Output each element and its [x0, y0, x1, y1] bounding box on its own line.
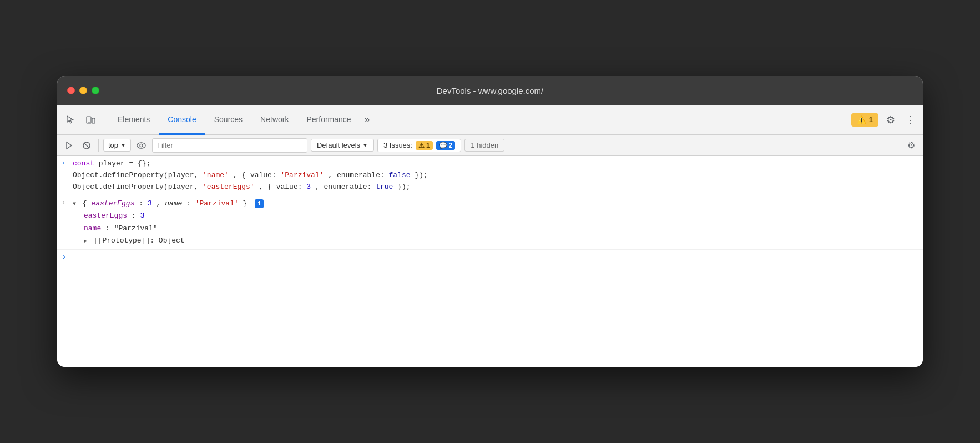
vertical-dots-icon: ⋮ — [906, 114, 916, 126]
context-selector[interactable]: top ▼ — [103, 139, 131, 152]
svg-point-6 — [137, 142, 145, 148]
tab-network[interactable]: Network — [251, 105, 297, 135]
issues-count: 1 — [869, 115, 873, 124]
console-output: › const player = {}; Object.defineProper… — [57, 156, 923, 367]
minimize-button[interactable] — [79, 87, 87, 94]
prototype-triangle[interactable] — [84, 236, 87, 246]
svg-line-5 — [84, 143, 89, 148]
info-icon[interactable]: i — [255, 199, 264, 208]
code-line-3: Object.defineProperty(player, 'easterEgg… — [73, 182, 923, 193]
inspect-element-button[interactable] — [62, 111, 79, 129]
object-expanded: easterEggs : 3 name : "Parzival" [[Proto… — [73, 210, 923, 246]
clear-console-button[interactable] — [62, 138, 76, 153]
divider — [98, 139, 99, 152]
play-icon — [64, 141, 73, 150]
prompt-arrow-icon: › — [62, 253, 66, 261]
console-entry-input: › const player = {}; Object.defineProper… — [57, 156, 923, 195]
more-tabs-button[interactable]: » — [360, 105, 375, 134]
tab-console[interactable]: Console — [159, 105, 205, 135]
warning-issues-badge: ⚠ 1 — [416, 141, 433, 150]
chevron-down-icon: ▼ — [120, 142, 126, 148]
more-options-button[interactable]: ⋮ — [903, 112, 918, 128]
gear-icon: ⚙ — [886, 114, 895, 126]
eye-button[interactable] — [134, 138, 149, 153]
svg-point-7 — [140, 144, 143, 147]
prop-name: name : "Parzival" — [84, 223, 923, 235]
tab-sources[interactable]: Sources — [205, 105, 251, 135]
maximize-button[interactable] — [92, 87, 99, 94]
close-button[interactable] — [67, 87, 75, 94]
prop-easter-eggs: easterEggs : 3 — [84, 210, 923, 222]
hidden-messages-button[interactable]: 1 hidden — [464, 139, 504, 152]
chat-icon: 💬 — [439, 142, 447, 149]
block-icon — [82, 141, 91, 150]
eye-icon — [137, 142, 146, 149]
issues-toolbar[interactable]: 3 Issues: ⚠ 1 💬 2 — [377, 139, 461, 152]
cursor-icon — [65, 115, 75, 125]
nav-right-actions: ⚠️ 1 ⚙ ⋮ — [846, 105, 918, 134]
input-arrow: › — [62, 158, 73, 167]
console-prompt[interactable]: › — [57, 250, 923, 264]
window-title: DevTools - www.google.com/ — [437, 86, 544, 95]
devtools-window: DevTools - www.google.com/ Elements — [57, 76, 923, 367]
block-button[interactable] — [79, 138, 94, 153]
traffic-lights — [67, 87, 99, 94]
title-bar: DevTools - www.google.com/ — [57, 76, 923, 105]
chevron-down-icon: ▼ — [362, 142, 368, 148]
svg-rect-1 — [92, 118, 95, 123]
tab-performance[interactable]: Performance — [297, 105, 360, 135]
log-levels-dropdown[interactable]: Default levels ▼ — [311, 139, 374, 152]
output-arrow: ‹ — [62, 198, 73, 207]
expand-triangle[interactable] — [73, 199, 76, 209]
filter-input[interactable] — [152, 138, 307, 153]
gear-icon: ⚙ — [907, 140, 915, 150]
console-toolbar: top ▼ Default levels ▼ 3 Issues: ⚠ 1 💬 2 — [57, 135, 923, 156]
warning-symbol: ⚠ — [418, 142, 425, 149]
entry-object: { easterEggs : 3 , name : 'Parzival' } i… — [73, 198, 923, 246]
svg-marker-3 — [67, 142, 72, 149]
info-issues-badge: 💬 2 — [436, 141, 456, 150]
device-icon — [85, 115, 95, 125]
nav-icons — [62, 105, 105, 134]
warning-icon: ⚠️ — [857, 115, 866, 124]
code-line-1: const player = {}; — [73, 158, 923, 170]
tab-elements[interactable]: Elements — [109, 105, 159, 135]
devtools-nav: Elements Console Sources Network Perform… — [57, 105, 923, 135]
console-settings-button[interactable]: ⚙ — [904, 138, 918, 153]
settings-button[interactable]: ⚙ — [883, 112, 898, 128]
issues-badge[interactable]: ⚠️ 1 — [851, 113, 878, 127]
object-summary-line: { easterEggs : 3 , name : 'Parzival' } i — [73, 198, 923, 210]
code-line-2: Object.defineProperty(player, 'name' , {… — [73, 170, 923, 182]
entry-code: const player = {}; Object.defineProperty… — [73, 158, 923, 193]
prototype-line: [[Prototype]]: Object — [84, 235, 923, 247]
nav-tabs: Elements Console Sources Network Perform… — [109, 105, 846, 134]
device-toolbar-button[interactable] — [82, 111, 99, 129]
console-entry-output: ‹ { easterEggs : 3 , name : 'Parzival' }… — [57, 195, 923, 249]
